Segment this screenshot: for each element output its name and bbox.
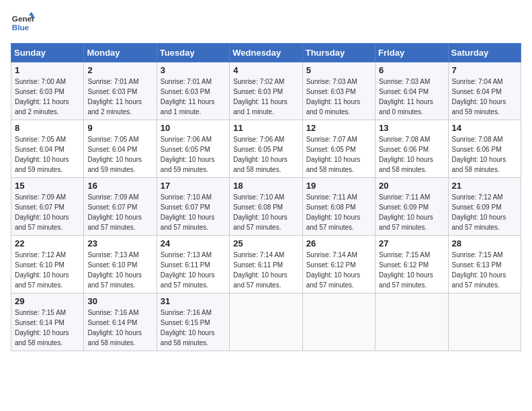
day-info: Sunrise: 7:13 AMSunset: 6:11 PMDaylight:…: [161, 250, 226, 290]
day-number: 25: [233, 238, 298, 248]
logo-icon: General Blue: [11, 11, 35, 35]
day-number: 9: [87, 123, 152, 133]
calendar-cell: 31Sunrise: 7:16 AMSunset: 6:15 PMDayligh…: [157, 293, 229, 351]
day-number: 8: [15, 123, 80, 133]
day-info: Sunrise: 7:06 AMSunset: 6:05 PMDaylight:…: [161, 134, 226, 175]
calendar-cell: 12Sunrise: 7:07 AMSunset: 6:05 PMDayligh…: [302, 120, 375, 178]
day-number: 18: [233, 181, 298, 191]
calendar-cell: 7Sunrise: 7:04 AMSunset: 6:04 PMDaylight…: [448, 62, 521, 120]
calendar-cell: 13Sunrise: 7:08 AMSunset: 6:06 PMDayligh…: [375, 120, 448, 178]
day-info: Sunrise: 7:01 AMSunset: 6:03 PMDaylight:…: [87, 77, 152, 117]
day-number: 2: [87, 65, 152, 75]
logo: General Blue: [11, 11, 35, 35]
calendar-cell: 5Sunrise: 7:03 AMSunset: 6:03 PMDaylight…: [302, 62, 375, 120]
day-number: 24: [161, 238, 226, 248]
calendar-cell: 29Sunrise: 7:15 AMSunset: 6:14 PMDayligh…: [11, 293, 84, 351]
day-info: Sunrise: 7:08 AMSunset: 6:06 PMDaylight:…: [452, 134, 517, 175]
day-info: Sunrise: 7:05 AMSunset: 6:04 PMDaylight:…: [15, 134, 80, 175]
calendar-cell: 14Sunrise: 7:08 AMSunset: 6:06 PMDayligh…: [448, 120, 521, 178]
day-number: 14: [452, 123, 517, 133]
calendar-cell: 20Sunrise: 7:11 AMSunset: 6:09 PMDayligh…: [375, 178, 448, 236]
page-header: General Blue: [11, 11, 521, 35]
day-number: 12: [306, 123, 371, 133]
day-number: 11: [233, 123, 298, 133]
day-info: Sunrise: 7:15 AMSunset: 6:12 PMDaylight:…: [379, 250, 444, 290]
day-number: 17: [161, 181, 226, 191]
day-info: Sunrise: 7:13 AMSunset: 6:10 PMDaylight:…: [87, 250, 152, 290]
calendar-week-1: 1Sunrise: 7:00 AMSunset: 6:03 PMDaylight…: [11, 62, 521, 120]
calendar-cell: 6Sunrise: 7:03 AMSunset: 6:04 PMDaylight…: [375, 62, 448, 120]
day-info: Sunrise: 7:03 AMSunset: 6:04 PMDaylight:…: [379, 77, 444, 117]
calendar-table: SundayMondayTuesdayWednesdayThursdayFrid…: [11, 43, 521, 351]
calendar-cell: 26Sunrise: 7:14 AMSunset: 6:12 PMDayligh…: [302, 236, 375, 293]
weekday-header-saturday: Saturday: [448, 44, 521, 62]
calendar-cell: 27Sunrise: 7:15 AMSunset: 6:12 PMDayligh…: [375, 236, 448, 293]
calendar-cell: 11Sunrise: 7:06 AMSunset: 6:05 PMDayligh…: [230, 120, 302, 178]
calendar-cell: 30Sunrise: 7:16 AMSunset: 6:14 PMDayligh…: [84, 293, 157, 351]
day-info: Sunrise: 7:05 AMSunset: 6:04 PMDaylight:…: [87, 134, 152, 175]
day-info: Sunrise: 7:04 AMSunset: 6:04 PMDaylight:…: [452, 77, 517, 117]
day-info: Sunrise: 7:07 AMSunset: 6:05 PMDaylight:…: [306, 134, 371, 175]
calendar-cell: 28Sunrise: 7:15 AMSunset: 6:13 PMDayligh…: [448, 236, 521, 293]
calendar-cell: 10Sunrise: 7:06 AMSunset: 6:05 PMDayligh…: [157, 120, 229, 178]
calendar-week-4: 22Sunrise: 7:12 AMSunset: 6:10 PMDayligh…: [11, 236, 521, 293]
calendar-week-5: 29Sunrise: 7:15 AMSunset: 6:14 PMDayligh…: [11, 293, 521, 351]
calendar-cell: [230, 293, 302, 351]
day-info: Sunrise: 7:09 AMSunset: 6:07 PMDaylight:…: [87, 192, 152, 232]
weekday-header-friday: Friday: [375, 44, 448, 62]
calendar-cell: 22Sunrise: 7:12 AMSunset: 6:10 PMDayligh…: [11, 236, 84, 293]
day-info: Sunrise: 7:10 AMSunset: 6:08 PMDaylight:…: [233, 192, 298, 232]
weekday-header-sunday: Sunday: [11, 44, 84, 62]
calendar-cell: 3Sunrise: 7:01 AMSunset: 6:03 PMDaylight…: [157, 62, 229, 120]
calendar-cell: 15Sunrise: 7:09 AMSunset: 6:07 PMDayligh…: [11, 178, 84, 236]
day-number: 27: [379, 238, 444, 248]
svg-text:Blue: Blue: [12, 23, 30, 32]
calendar-cell: 4Sunrise: 7:02 AMSunset: 6:03 PMDaylight…: [230, 62, 302, 120]
day-info: Sunrise: 7:12 AMSunset: 6:09 PMDaylight:…: [452, 192, 517, 232]
day-info: Sunrise: 7:15 AMSunset: 6:13 PMDaylight:…: [452, 250, 517, 290]
day-info: Sunrise: 7:14 AMSunset: 6:11 PMDaylight:…: [233, 250, 298, 290]
day-number: 29: [15, 296, 80, 306]
weekday-header-tuesday: Tuesday: [157, 44, 229, 62]
day-number: 13: [379, 123, 444, 133]
day-info: Sunrise: 7:06 AMSunset: 6:05 PMDaylight:…: [233, 134, 298, 175]
day-info: Sunrise: 7:02 AMSunset: 6:03 PMDaylight:…: [233, 77, 298, 117]
calendar-cell: 23Sunrise: 7:13 AMSunset: 6:10 PMDayligh…: [84, 236, 157, 293]
day-info: Sunrise: 7:14 AMSunset: 6:12 PMDaylight:…: [306, 250, 371, 290]
day-number: 3: [161, 65, 226, 75]
day-number: 20: [379, 181, 444, 191]
day-info: Sunrise: 7:11 AMSunset: 6:08 PMDaylight:…: [306, 192, 371, 232]
day-number: 21: [452, 181, 517, 191]
calendar-cell: 17Sunrise: 7:10 AMSunset: 6:07 PMDayligh…: [157, 178, 229, 236]
calendar-cell: 19Sunrise: 7:11 AMSunset: 6:08 PMDayligh…: [302, 178, 375, 236]
day-info: Sunrise: 7:03 AMSunset: 6:03 PMDaylight:…: [306, 77, 371, 117]
weekday-header-wednesday: Wednesday: [230, 44, 302, 62]
day-info: Sunrise: 7:15 AMSunset: 6:14 PMDaylight:…: [15, 308, 80, 348]
calendar-cell: [448, 293, 521, 351]
calendar-cell: 24Sunrise: 7:13 AMSunset: 6:11 PMDayligh…: [157, 236, 229, 293]
calendar-cell: 8Sunrise: 7:05 AMSunset: 6:04 PMDaylight…: [11, 120, 84, 178]
day-info: Sunrise: 7:12 AMSunset: 6:10 PMDaylight:…: [15, 250, 80, 290]
day-number: 26: [306, 238, 371, 248]
calendar-cell: 16Sunrise: 7:09 AMSunset: 6:07 PMDayligh…: [84, 178, 157, 236]
day-number: 19: [306, 181, 371, 191]
calendar-cell: 21Sunrise: 7:12 AMSunset: 6:09 PMDayligh…: [448, 178, 521, 236]
day-info: Sunrise: 7:10 AMSunset: 6:07 PMDaylight:…: [161, 192, 226, 232]
day-number: 30: [87, 296, 152, 306]
day-number: 31: [161, 296, 226, 306]
calendar-cell: [302, 293, 375, 351]
day-number: 7: [452, 65, 517, 75]
calendar-cell: 18Sunrise: 7:10 AMSunset: 6:08 PMDayligh…: [230, 178, 302, 236]
calendar-cell: 25Sunrise: 7:14 AMSunset: 6:11 PMDayligh…: [230, 236, 302, 293]
day-info: Sunrise: 7:08 AMSunset: 6:06 PMDaylight:…: [379, 134, 444, 175]
calendar-cell: 9Sunrise: 7:05 AMSunset: 6:04 PMDaylight…: [84, 120, 157, 178]
calendar-header-row: SundayMondayTuesdayWednesdayThursdayFrid…: [11, 44, 521, 62]
day-number: 6: [379, 65, 444, 75]
day-number: 15: [15, 181, 80, 191]
day-info: Sunrise: 7:00 AMSunset: 6:03 PMDaylight:…: [15, 77, 80, 117]
day-info: Sunrise: 7:09 AMSunset: 6:07 PMDaylight:…: [15, 192, 80, 232]
day-number: 28: [452, 238, 517, 248]
calendar-week-3: 15Sunrise: 7:09 AMSunset: 6:07 PMDayligh…: [11, 178, 521, 236]
day-number: 1: [15, 65, 80, 75]
day-number: 4: [233, 65, 298, 75]
